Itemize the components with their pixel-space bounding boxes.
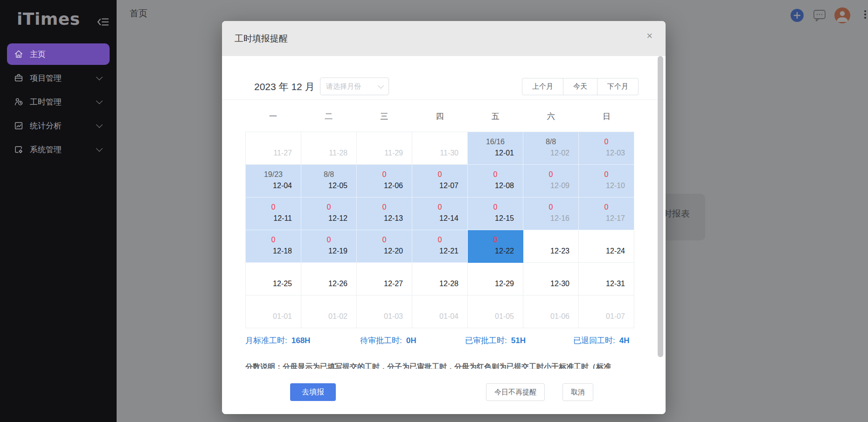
cell-hours-value xyxy=(246,135,301,148)
cell-hours-value: 0 xyxy=(412,233,467,246)
cell-date-label: 11-30 xyxy=(412,149,467,157)
calendar-cell-01-07[interactable]: 01-07 xyxy=(579,295,634,328)
cell-hours-value: 0 xyxy=(357,233,412,246)
sidebar-item-project-management[interactable]: 项目管理 xyxy=(7,67,110,89)
project-icon xyxy=(14,73,24,83)
next-month-button[interactable]: 下个月 xyxy=(597,78,639,95)
calendar-cell-12-29[interactable]: 12-29 xyxy=(468,263,523,295)
cell-date-label: 12-11 xyxy=(246,214,301,223)
cell-date-label: 12-17 xyxy=(579,214,634,223)
calendar-cell-12-18[interactable]: 012-18 xyxy=(246,230,301,263)
calendar-cell-01-01[interactable]: 01-01 xyxy=(246,295,301,328)
cell-date-label: 12-09 xyxy=(523,182,578,190)
prev-month-button[interactable]: 上个月 xyxy=(522,78,563,95)
calendar-cell-12-08[interactable]: 012-08 xyxy=(468,165,523,197)
cell-hours-value: 0 xyxy=(468,168,523,181)
cell-hours-value xyxy=(357,299,412,312)
calendar-cell-12-14[interactable]: 012-14 xyxy=(412,197,468,230)
calendar-cell-11-27[interactable]: 11-27 xyxy=(246,132,301,165)
calendar-cell-12-01[interactable]: 16/1612-01 xyxy=(468,132,523,165)
cell-hours-value xyxy=(523,233,578,246)
calendar-cell-12-13[interactable]: 012-13 xyxy=(357,197,412,230)
cell-date-label: 12-05 xyxy=(301,182,356,190)
calendar-cell-12-28[interactable]: 12-28 xyxy=(412,263,468,295)
close-icon[interactable]: × xyxy=(646,31,653,41)
cell-date-label: 12-13 xyxy=(357,214,412,223)
calendar-cell-12-02[interactable]: 8/812-02 xyxy=(523,132,579,165)
cell-date-label: 12-29 xyxy=(468,280,523,288)
calendar-cell-11-28[interactable]: 11-28 xyxy=(301,132,357,165)
sidebar-item-home[interactable]: 主页 xyxy=(7,43,110,65)
cell-hours-value xyxy=(523,266,578,279)
calendar-cell-12-09[interactable]: 012-09 xyxy=(523,165,579,197)
calendar-cell-12-24[interactable]: 12-24 xyxy=(579,230,634,263)
cell-date-label: 12-12 xyxy=(301,214,356,223)
calendar-cell-12-27[interactable]: 12-27 xyxy=(357,263,412,295)
calendar-cell-01-03[interactable]: 01-03 xyxy=(357,295,412,328)
app-logo: iTimes xyxy=(17,9,80,28)
sidebar-item-time-management[interactable]: 工时管理 xyxy=(7,91,110,113)
calendar-cell-01-05[interactable]: 01-05 xyxy=(468,295,523,328)
calendar-cell-12-16[interactable]: 012-16 xyxy=(523,197,579,230)
cancel-button[interactable]: 取消 xyxy=(562,383,593,401)
calendar-cell-11-30[interactable]: 11-30 xyxy=(412,132,468,165)
calendar-cell-12-11[interactable]: 012-11 xyxy=(246,197,301,230)
cell-date-label: 12-18 xyxy=(246,247,301,255)
calendar-cell-12-10[interactable]: 012-10 xyxy=(579,165,634,197)
calendar-cell-12-12[interactable]: 012-12 xyxy=(301,197,357,230)
month-select[interactable]: 请选择月份 xyxy=(320,77,389,95)
modal-footer: 去填报 今日不再提醒 取消 xyxy=(222,369,666,414)
cell-date-label: 12-07 xyxy=(412,182,467,190)
cell-date-label: 12-24 xyxy=(579,247,634,255)
stat-label: 已审批工时: xyxy=(465,336,507,345)
no-remind-today-button[interactable]: 今日不再提醒 xyxy=(486,383,545,401)
cell-date-label: 01-01 xyxy=(246,312,301,321)
calendar-cell-12-03[interactable]: 012-03 xyxy=(579,132,634,165)
calendar-cell-01-06[interactable]: 01-06 xyxy=(523,295,579,328)
calendar-cell-12-06[interactable]: 012-06 xyxy=(357,165,412,197)
cell-hours-value: 0 xyxy=(579,201,634,214)
cell-date-label: 12-23 xyxy=(523,247,578,255)
calendar-cell-12-19[interactable]: 012-19 xyxy=(301,230,357,263)
sidebar-item-system-management[interactable]: 系统管理 xyxy=(7,139,110,160)
calendar-cell-12-21[interactable]: 012-21 xyxy=(412,230,468,263)
cell-hours-value: 8/8 xyxy=(523,135,578,148)
fraction-note: 分数说明：分母显示为已填写提交的工时，分子为已审批工时，分母为红色则为已提交工时… xyxy=(245,362,611,369)
calendar-cell-12-30[interactable]: 12-30 xyxy=(523,263,579,295)
calendar-cell-11-29[interactable]: 11-29 xyxy=(357,132,412,165)
go-fill-button[interactable]: 去填报 xyxy=(290,383,336,401)
cell-date-label: 12-04 xyxy=(246,182,301,190)
sidebar-item-statistics[interactable]: 统计分析 xyxy=(7,115,110,136)
calendar-cell-01-02[interactable]: 01-02 xyxy=(301,295,357,328)
chevron-down-icon xyxy=(96,145,103,151)
sidebar-collapse-icon[interactable] xyxy=(97,17,109,27)
calendar-cell-12-15[interactable]: 012-15 xyxy=(468,197,523,230)
cell-hours-value xyxy=(246,299,301,312)
cell-date-label: 12-21 xyxy=(412,247,467,255)
cell-hours-value: 0 xyxy=(523,168,578,181)
calendar-cell-12-20[interactable]: 012-20 xyxy=(357,230,412,263)
calendar-cell-12-17[interactable]: 012-17 xyxy=(579,197,634,230)
system-icon xyxy=(14,144,24,155)
cell-hours-value: 0 xyxy=(412,168,467,181)
cell-date-label: 01-04 xyxy=(412,312,467,321)
calendar-cell-12-05[interactable]: 8/812-05 xyxy=(301,165,357,197)
calendar-cell-12-23[interactable]: 12-23 xyxy=(523,230,579,263)
stat-returned-hours: 已退回工时:4H xyxy=(573,335,629,346)
calendar-cell-12-22[interactable]: 012-22 xyxy=(468,230,523,263)
cell-hours-value xyxy=(468,299,523,312)
cell-date-label: 01-05 xyxy=(468,312,523,321)
modal-scrollbar[interactable] xyxy=(658,56,663,357)
calendar-cell-12-31[interactable]: 12-31 xyxy=(579,263,634,295)
calendar-cell-12-25[interactable]: 12-25 xyxy=(246,263,301,295)
calendar-cell-12-26[interactable]: 12-26 xyxy=(301,263,357,295)
stats-row: 月标准工时:168H待审批工时:0H已审批工时:51H已退回工时:4H xyxy=(245,335,634,347)
weekday-label: 日 xyxy=(579,111,634,122)
cell-date-label: 12-14 xyxy=(412,214,467,223)
weekday-label: 二 xyxy=(301,111,356,122)
today-button[interactable]: 今天 xyxy=(563,78,597,95)
calendar-cell-12-04[interactable]: 19/2312-04 xyxy=(246,165,301,197)
calendar-cell-12-07[interactable]: 012-07 xyxy=(412,165,468,197)
calendar-cell-01-04[interactable]: 01-04 xyxy=(412,295,468,328)
calendar-weekday-row: 一二三四五六日 xyxy=(245,111,634,122)
